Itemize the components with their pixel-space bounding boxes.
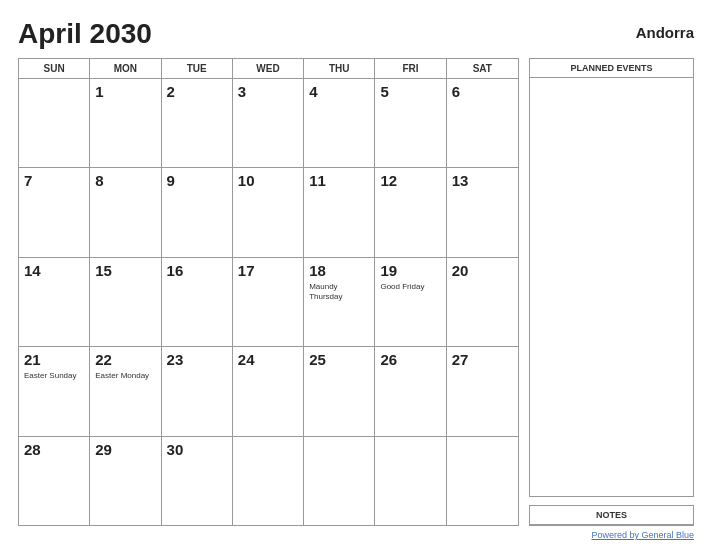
cell-number: 10 [238, 172, 298, 190]
cell-event: Good Friday [380, 282, 440, 292]
calendar-cell: 12 [375, 168, 446, 256]
cell-number: 16 [167, 262, 227, 280]
cell-number: 9 [167, 172, 227, 190]
cell-number: 18 [309, 262, 369, 280]
main-area: SUNMONTUEWEDTHUFRISAT 123456789101112131… [18, 58, 694, 526]
calendar-cell: 25 [304, 347, 375, 435]
calendar-cell: 14 [19, 258, 90, 346]
calendar-cell [19, 79, 90, 167]
calendar-cell: 24 [233, 347, 304, 435]
cell-number: 23 [167, 351, 227, 369]
country-label: Andorra [636, 18, 694, 41]
calendar-cell [304, 437, 375, 525]
cell-number: 13 [452, 172, 513, 190]
cell-number: 7 [24, 172, 84, 190]
calendar-row-1: 78910111213 [19, 168, 518, 257]
right-section: PLANNED EVENTS NOTES [529, 58, 694, 526]
footer: Powered by General Blue [18, 530, 694, 540]
day-headers: SUNMONTUEWEDTHUFRISAT [19, 59, 518, 79]
calendar-cell: 19Good Friday [375, 258, 446, 346]
calendar-cell: 3 [233, 79, 304, 167]
calendar-cell: 1 [90, 79, 161, 167]
cell-number: 12 [380, 172, 440, 190]
calendar-cell: 6 [447, 79, 518, 167]
calendar-cell [375, 437, 446, 525]
cell-number: 8 [95, 172, 155, 190]
day-header-mon: MON [90, 59, 161, 78]
calendar-cell: 13 [447, 168, 518, 256]
calendar-cell: 18Maundy Thursday [304, 258, 375, 346]
cell-number: 21 [24, 351, 84, 369]
calendar-row-0: 123456 [19, 79, 518, 168]
planned-events-box: PLANNED EVENTS [529, 58, 694, 497]
cell-event: Easter Monday [95, 371, 155, 381]
calendar-cell: 5 [375, 79, 446, 167]
calendar-row-2: 1415161718Maundy Thursday19Good Friday20 [19, 258, 518, 347]
calendar-cell: 28 [19, 437, 90, 525]
calendar-cell: 30 [162, 437, 233, 525]
page: April 2030 Andorra SUNMONTUEWEDTHUFRISAT… [0, 0, 712, 550]
calendar-cell: 9 [162, 168, 233, 256]
calendar-cell: 26 [375, 347, 446, 435]
planned-events-content [530, 78, 693, 496]
cell-number: 2 [167, 83, 227, 101]
cell-number: 25 [309, 351, 369, 369]
cell-number: 17 [238, 262, 298, 280]
cell-number: 3 [238, 83, 298, 101]
cell-number: 26 [380, 351, 440, 369]
cell-event: Maundy Thursday [309, 282, 369, 303]
cell-number: 6 [452, 83, 513, 101]
calendar: SUNMONTUEWEDTHUFRISAT 123456789101112131… [18, 58, 519, 526]
calendar-row-4: 282930 [19, 437, 518, 525]
cell-number: 27 [452, 351, 513, 369]
calendar-cell: 10 [233, 168, 304, 256]
calendar-cell: 22Easter Monday [90, 347, 161, 435]
page-title: April 2030 [18, 18, 152, 50]
calendar-cell [233, 437, 304, 525]
cell-number: 15 [95, 262, 155, 280]
calendar-cell: 20 [447, 258, 518, 346]
day-header-sun: SUN [19, 59, 90, 78]
calendar-cell: 11 [304, 168, 375, 256]
calendar-row-3: 21Easter Sunday22Easter Monday2324252627 [19, 347, 518, 436]
calendar-cell: 2 [162, 79, 233, 167]
calendar-cell: 27 [447, 347, 518, 435]
cell-number: 5 [380, 83, 440, 101]
calendar-cell: 21Easter Sunday [19, 347, 90, 435]
day-header-tue: TUE [162, 59, 233, 78]
cell-event: Easter Sunday [24, 371, 84, 381]
day-header-thu: THU [304, 59, 375, 78]
cell-number: 4 [309, 83, 369, 101]
header: April 2030 Andorra [18, 18, 694, 50]
calendar-cell: 4 [304, 79, 375, 167]
cell-number: 22 [95, 351, 155, 369]
calendar-cell: 29 [90, 437, 161, 525]
cell-number: 24 [238, 351, 298, 369]
calendar-cell: 7 [19, 168, 90, 256]
cell-number: 1 [95, 83, 155, 101]
notes-title: NOTES [530, 506, 693, 525]
calendar-cell: 15 [90, 258, 161, 346]
cell-number: 28 [24, 441, 84, 459]
calendar-cell [447, 437, 518, 525]
calendar-cell: 23 [162, 347, 233, 435]
day-header-wed: WED [233, 59, 304, 78]
powered-by-link[interactable]: Powered by General Blue [591, 530, 694, 540]
cell-number: 29 [95, 441, 155, 459]
cell-number: 30 [167, 441, 227, 459]
calendar-grid: 123456789101112131415161718Maundy Thursd… [19, 79, 518, 525]
cell-number: 14 [24, 262, 84, 280]
cell-number: 20 [452, 262, 513, 280]
notes-box: NOTES [529, 505, 694, 526]
cell-number: 19 [380, 262, 440, 280]
day-header-fri: FRI [375, 59, 446, 78]
cell-number: 11 [309, 172, 369, 190]
calendar-cell: 8 [90, 168, 161, 256]
day-header-sat: SAT [447, 59, 518, 78]
calendar-cell: 16 [162, 258, 233, 346]
planned-events-title: PLANNED EVENTS [530, 59, 693, 78]
calendar-cell: 17 [233, 258, 304, 346]
